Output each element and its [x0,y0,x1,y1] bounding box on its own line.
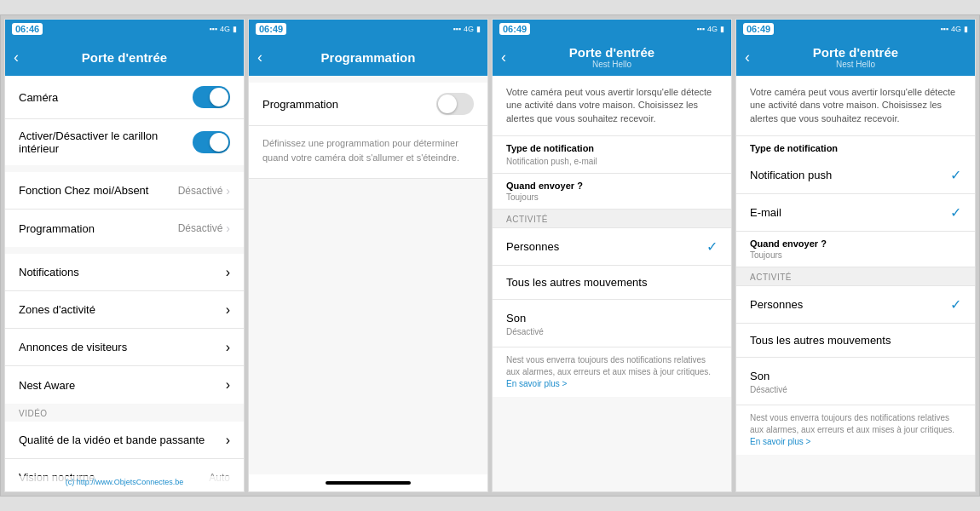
notif-intro-3: Votre caméra peut vous avertir lorsqu'el… [493,76,731,136]
chevron-icon: › [226,184,230,198]
push-check: ✓ [950,167,961,183]
list-item-qualite[interactable]: Qualité de la vidéo et bande passante › [5,422,244,459]
type-notif-header-4: Type de notification [736,136,975,157]
list-item-fonction[interactable]: Fonction Chez moi/Absent Désactivé › [5,172,244,210]
watermark: (c) http://www.ObjetsConnectes.be [5,476,244,488]
learn-more-3[interactable]: En savoir plus > [506,379,567,388]
camera-label: Caméra [19,91,58,104]
notif-footer-text-4: Nest vous enverra toujours des notificat… [750,413,954,434]
time-1: 06:46 [12,23,43,35]
nav-bar-3: ‹ Porte d'entrée Nest Hello [493,38,731,76]
network-icon-3: 4G [707,25,718,33]
mouvements-label-4: Tous les autres mouvements [750,334,891,347]
activite-mouvements-4[interactable]: Tous les autres mouvements [736,324,975,358]
screens-container: 06:46 ▪▪▪ 4G ▮ ‹ Porte d'entrée Caméra A… [0,14,980,497]
email-check: ✓ [950,204,961,221]
separator-2 [5,247,244,254]
nav-subtitle-4: Nest Hello [836,60,875,69]
signal-icon-4: ▪▪▪ [940,25,948,33]
signal-icon-1: ▪▪▪ [209,25,217,33]
status-icons-4: ▪▪▪ 4G ▮ [940,25,968,33]
list-item-notifications[interactable]: Notifications › [5,254,244,291]
nav-bar-2: ‹ Programmation [249,38,487,76]
status-bar-1: 06:46 ▪▪▪ 4G ▮ [5,20,244,38]
list-item-zones[interactable]: Zones d'activité › [5,291,244,329]
status-bar-2: 06:49 ▪▪▪ 4G ▮ [249,20,487,38]
list-item-annonces[interactable]: Annonces de visiteurs › [5,329,244,366]
separator-1 [5,165,244,172]
type-notif-section-4: Type de notification Notification push ✓… [736,136,975,232]
chevron-nestaware: › [226,377,230,393]
list-item-nestaware[interactable]: Nest Aware › [5,366,244,404]
chevron-qualite: › [226,433,230,448]
network-icon-1: 4G [220,25,230,33]
carillon-label: Activer/Désactiver le carillon intérieur [19,129,193,155]
status-icons-2: ▪▪▪ 4G ▮ [453,25,481,33]
back-button-4[interactable]: ‹ [745,49,750,66]
list-item-prog-toggle: Programmation [249,83,487,126]
fonction-value: Désactivé › [178,184,230,198]
time-4: 06:49 [743,23,774,35]
programmation-label: Programmation [19,222,95,235]
notif-email[interactable]: E-mail ✓ [736,194,975,232]
personnes-label: Personnes [506,240,559,253]
activite-son-4[interactable]: Son Désactivé [736,358,975,405]
content-3: Votre caméra peut vous avertir lorsqu'el… [493,76,731,491]
nav-title-4: Porte d'entrée [813,45,898,60]
status-bar-4: 06:49 ▪▪▪ 4G ▮ [736,20,975,38]
notif-push[interactable]: Notification push ✓ [736,157,975,194]
notif-intro-4: Votre caméra peut vous avertir lorsqu'el… [736,76,975,136]
back-button-2[interactable]: ‹ [257,49,262,66]
screen-2: 06:49 ▪▪▪ 4G ▮ ‹ Programmation Programma… [248,19,488,492]
activite-header-3: ACTIVITÉ [493,210,731,228]
nav-title-2: Programmation [321,50,416,65]
activite-section-3: Personnes ✓ Tous les autres mouvements S… [493,228,731,347]
quand-label: Quand envoyer ? [493,174,731,192]
signal-icon-3: ▪▪▪ [696,25,705,33]
programmation-value: Désactivé › [178,221,230,235]
signal-icon-2: ▪▪▪ [453,25,461,33]
list-item-camera: Caméra [5,76,244,119]
chevron-notif: › [226,265,230,280]
content-4: Votre caméra peut vous avertir lorsqu'el… [736,76,975,491]
activite-personnes-4[interactable]: Personnes ✓ [736,286,975,324]
personnes-label-4: Personnes [750,298,803,311]
nav-bar-1: ‹ Porte d'entrée [5,38,244,76]
activite-header-4: ACTIVITÉ [736,267,975,286]
chevron-annonces: › [226,340,230,355]
section-fonction: Fonction Chez moi/Absent Désactivé › Pro… [5,172,244,247]
mouvements-label: Tous les autres mouvements [506,276,647,289]
activite-personnes[interactable]: Personnes ✓ [493,228,731,266]
battery-icon-3: ▮ [720,25,724,33]
time-3: 06:49 [499,23,530,35]
list-item-programmation[interactable]: Programmation Désactivé › [5,210,244,247]
battery-icon-2: ▮ [476,25,481,33]
status-bar-3: 06:49 ▪▪▪ 4G ▮ [493,20,731,38]
prog-toggle[interactable] [436,93,474,115]
activite-section-4: Personnes ✓ Tous les autres mouvements S… [736,286,975,405]
son-subtext-4: Désactivé [750,385,787,394]
network-icon-4: 4G [951,25,961,33]
battery-icon-1: ▮ [233,25,237,33]
quand-section: Quand envoyer ? Toujours [493,174,731,210]
camera-toggle[interactable] [193,86,230,108]
back-button-3[interactable]: ‹ [501,49,506,66]
screen-1: 06:46 ▪▪▪ 4G ▮ ‹ Porte d'entrée Caméra A… [4,19,245,492]
annonces-label: Annonces de visiteurs [19,341,127,353]
chevron-zones: › [226,302,230,318]
qualite-label: Qualité de la vidéo et bande passante [19,433,205,446]
list-item-carillon: Activer/Désactiver le carillon intérieur [5,119,244,165]
carillon-toggle[interactable] [193,131,230,153]
status-icons-3: ▪▪▪ 4G ▮ [696,25,724,33]
nav-bar-4: ‹ Porte d'entrée Nest Hello [736,38,975,76]
activite-son[interactable]: Son Désactivé [493,300,731,347]
battery-icon-4: ▮ [964,25,968,33]
learn-more-4[interactable]: En savoir plus > [750,437,810,446]
nav-subtitle-3: Nest Hello [592,60,631,69]
notif-footer-4: Nest vous enverra toujours des notificat… [736,405,975,455]
back-button-1[interactable]: ‹ [14,49,19,66]
content-2: Programmation Définissez une programmati… [249,76,487,474]
content-1: Caméra Activer/Désactiver le carillon in… [5,76,244,491]
notifications-label: Notifications [19,266,79,278]
activite-mouvements[interactable]: Tous les autres mouvements [493,266,731,300]
